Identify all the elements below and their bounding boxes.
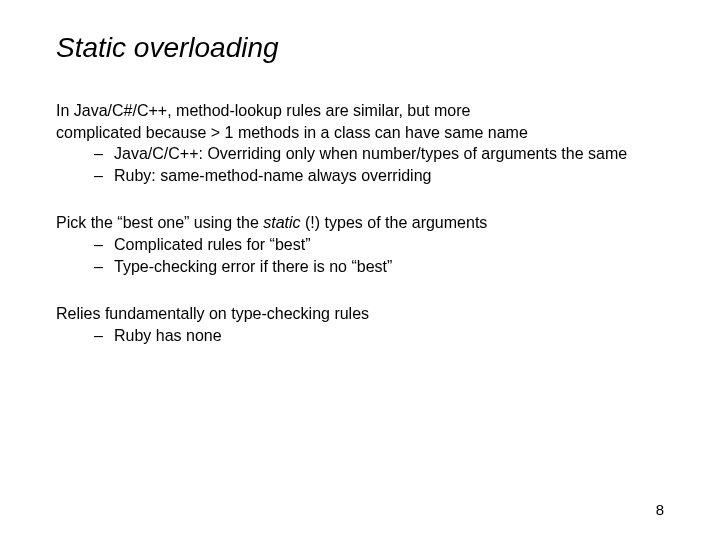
paragraph-1: In Java/C#/C++, method-lookup rules are … [56,100,664,186]
para2-post: (!) types of the arguments [301,214,488,231]
list-item: Type-checking error if there is no “best… [94,256,664,278]
para1-line1: In Java/C#/C++, method-lookup rules are … [56,100,664,122]
para1-bullets: Java/C/C++: Overriding only when number/… [56,143,664,186]
list-item: Ruby: same-method-name always overriding [94,165,664,187]
para3-bullets: Ruby has none [56,325,664,347]
para2-bullets: Complicated rules for “best” Type-checki… [56,234,664,277]
list-item: Java/C/C++: Overriding only when number/… [94,143,664,165]
slide-title: Static overloading [56,32,664,64]
list-item: Ruby has none [94,325,664,347]
paragraph-3: Relies fundamentally on type-checking ru… [56,303,664,346]
paragraph-2: Pick the “best one” using the static (!)… [56,212,664,277]
page-number: 8 [656,501,664,518]
para2-text: Pick the “best one” using the static (!)… [56,214,487,231]
para2-italic: static [263,214,300,231]
para3-text: Relies fundamentally on type-checking ru… [56,303,664,325]
para2-pre: Pick the “best one” using the [56,214,263,231]
para1-line2: complicated because > 1 methods in a cla… [56,122,664,144]
list-item: Complicated rules for “best” [94,234,664,256]
